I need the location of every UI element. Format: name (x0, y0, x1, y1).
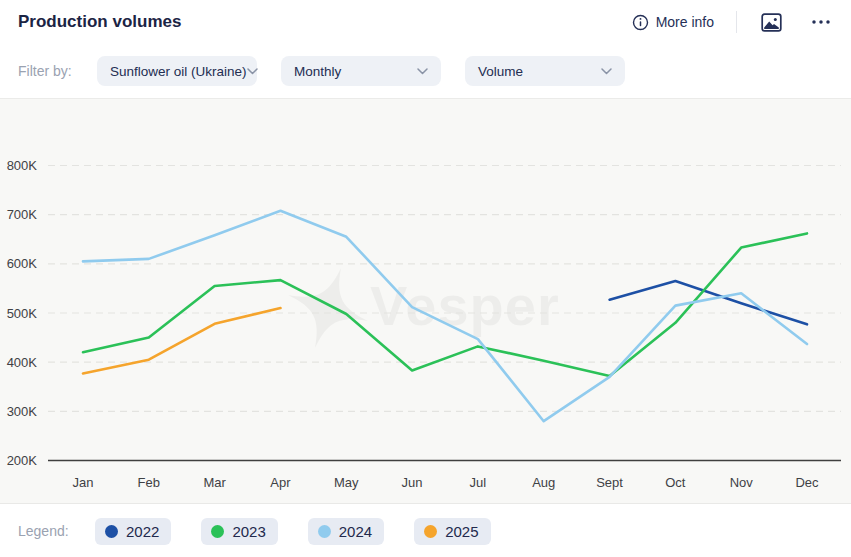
series-line-2025[interactable] (83, 308, 281, 373)
x-tick-label-Jun: Jun (402, 475, 423, 490)
header-divider (736, 11, 737, 33)
frequency-dropdown-value: Monthly (294, 64, 341, 79)
more-options-button[interactable] (809, 10, 833, 34)
frequency-dropdown[interactable]: Monthly (281, 56, 441, 86)
legend-item-2025[interactable]: 2025 (414, 518, 490, 545)
y-tick-label: 700K (7, 207, 38, 222)
legend-item-2022[interactable]: 2022 (95, 518, 171, 545)
legend-dot-2024 (318, 525, 331, 538)
x-tick-label-Jan: Jan (73, 475, 94, 490)
header-actions: More info (632, 10, 833, 34)
x-tick-label-Apr: Apr (270, 475, 291, 490)
legend-item-label: 2025 (445, 523, 478, 540)
x-tick-label-Aug: Aug (532, 475, 555, 490)
product-dropdown[interactable]: Sunflower oil (Ukraine) (97, 56, 257, 86)
legend-dot-2025 (424, 525, 437, 538)
x-tick-label-Oct: Oct (665, 475, 686, 490)
x-tick-label-Sept: Sept (596, 475, 623, 490)
legend-items: 2022202320242025 (95, 518, 491, 545)
ellipsis-icon (811, 19, 831, 25)
more-info-button[interactable]: More info (632, 14, 714, 31)
y-tick-label: 500K (7, 306, 38, 321)
y-tick-label: 200K (7, 453, 38, 468)
metric-dropdown[interactable]: Volume (465, 56, 625, 86)
y-tick-label: 400K (7, 355, 38, 370)
page-title: Production volumes (18, 12, 632, 32)
legend-item-2024[interactable]: 2024 (308, 518, 384, 545)
vesper-watermark: Vesper (275, 255, 560, 361)
chevron-down-icon (247, 68, 258, 75)
filter-by-label: Filter by: (18, 63, 72, 79)
more-info-label: More info (656, 14, 714, 30)
legend-item-label: 2023 (232, 523, 265, 540)
product-dropdown-value: Sunflower oil (Ukraine) (110, 64, 247, 79)
legend-bar: Legend: 2022202320242025 (0, 505, 851, 557)
image-icon (761, 13, 782, 32)
production-volumes-line-chart: Vesper200K300K400K500K600K700K800KJanFeb… (0, 99, 851, 503)
metric-dropdown-value: Volume (478, 64, 523, 79)
sparkle-logo-icon (275, 255, 381, 361)
card-header: Production volumes More info (0, 0, 851, 44)
x-tick-label-Jul: Jul (470, 475, 487, 490)
info-icon (632, 14, 649, 31)
legend-item-label: 2024 (339, 523, 372, 540)
y-tick-label: 800K (7, 158, 38, 173)
legend-label: Legend: (18, 523, 69, 539)
y-tick-label: 600K (7, 256, 38, 271)
production-volumes-card: Production volumes More info (0, 0, 851, 557)
series-line-2022[interactable] (610, 281, 807, 324)
chart-panel: Vesper200K300K400K500K600K700K800KJanFeb… (0, 98, 851, 504)
chevron-down-icon (417, 68, 428, 75)
x-tick-label-Mar: Mar (203, 475, 226, 490)
filter-bar: Filter by: Sunflower oil (Ukraine) Month… (0, 44, 851, 98)
legend-dot-2023 (211, 525, 224, 538)
chevron-down-icon (601, 68, 612, 75)
x-tick-label-Dec: Dec (795, 475, 819, 490)
watermark-text: Vesper (370, 274, 560, 337)
export-image-button[interactable] (759, 10, 783, 34)
x-tick-label-Nov: Nov (730, 475, 754, 490)
x-tick-label-May: May (334, 475, 359, 490)
legend-dot-2022 (105, 525, 118, 538)
x-tick-label-Feb: Feb (138, 475, 160, 490)
legend-item-label: 2022 (126, 523, 159, 540)
legend-item-2023[interactable]: 2023 (201, 518, 277, 545)
y-tick-label: 300K (7, 404, 38, 419)
